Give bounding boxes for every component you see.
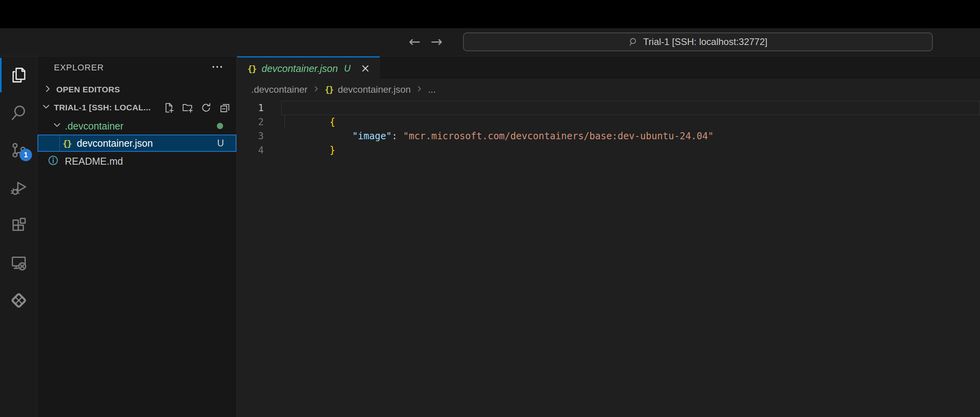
- line-number: 4: [237, 143, 264, 157]
- tree-item-devcontainer-folder[interactable]: .devcontainer: [38, 117, 236, 135]
- title-bar: ← → Trial-1 [SSH: localhost:32772]: [0, 28, 980, 56]
- collapse-all-icon[interactable]: [220, 102, 230, 113]
- code-line-1[interactable]: {: [281, 101, 980, 115]
- activity-source-control[interactable]: 1: [0, 131, 38, 169]
- vscode-window: ← → Trial-1 [SSH: localhost:32772]: [0, 0, 980, 417]
- chevron-right-icon: [415, 84, 423, 95]
- tab-label: devcontainer.json: [262, 63, 338, 74]
- chevron-right-icon: [312, 84, 320, 95]
- run-debug-icon: [10, 179, 28, 197]
- code-line-2[interactable]: "image": "mcr.microsoft.com/devcontainer…: [281, 115, 980, 129]
- activity-remote-explorer[interactable]: [0, 244, 38, 282]
- containers-diamond-icon: [10, 291, 28, 309]
- more-actions-icon[interactable]: [211, 61, 223, 74]
- breadcrumb-folder[interactable]: .devcontainer: [251, 84, 308, 95]
- line-number: 1: [237, 101, 264, 115]
- tree-item-devcontainer-json[interactable]: {} devcontainer.json U: [38, 135, 236, 152]
- scm-changes-badge: 1: [20, 149, 32, 161]
- file-name: devcontainer.json: [77, 138, 153, 149]
- new-file-icon[interactable]: [163, 102, 174, 113]
- activity-extensions[interactable]: [0, 207, 38, 244]
- explorer-title: EXPLORER: [54, 63, 104, 73]
- extensions-icon: [10, 216, 28, 234]
- activity-bar: 1: [0, 56, 38, 417]
- open-editors-label: OPEN EDITORS: [56, 85, 120, 94]
- activity-containers[interactable]: [0, 282, 38, 319]
- json-file-icon: {}: [247, 64, 256, 74]
- remote-explorer-icon: [10, 254, 28, 272]
- open-editors-section[interactable]: OPEN EDITORS: [38, 81, 236, 98]
- editor-group: {} devcontainer.json U .devcontainer {} …: [237, 56, 980, 417]
- file-name: README.md: [65, 156, 123, 167]
- activity-search[interactable]: [0, 94, 38, 131]
- chevron-right-icon: [43, 84, 52, 95]
- code-line-4[interactable]: [281, 143, 980, 157]
- json-file-icon: {}: [63, 138, 72, 148]
- line-number: 3: [237, 129, 264, 143]
- tab-devcontainer-json[interactable]: {} devcontainer.json U: [237, 56, 380, 79]
- new-folder-icon[interactable]: [182, 102, 193, 113]
- folder-name: .devcontainer: [65, 120, 123, 132]
- git-modified-dot: [217, 123, 223, 129]
- line-number: 2: [237, 115, 264, 129]
- chevron-down-icon: [52, 120, 62, 131]
- code-editor[interactable]: 1 2 3 4 { "image": "mcr.microsoft.com/de…: [237, 101, 980, 417]
- window-title: Trial-1 [SSH: localhost:32772]: [643, 36, 767, 47]
- code-line-3[interactable]: }: [281, 129, 980, 143]
- tab-git-badge: U: [344, 63, 351, 74]
- explorer-actions: [163, 102, 236, 113]
- tab-strip: {} devcontainer.json U: [237, 56, 980, 79]
- active-tab-indicator: [0, 58, 2, 92]
- command-center[interactable]: Trial-1 [SSH: localhost:32772]: [463, 32, 933, 51]
- explorer-header: EXPLORER: [38, 56, 236, 79]
- forward-arrow-icon[interactable]: →: [431, 35, 442, 49]
- readme-info-icon: [48, 155, 59, 167]
- search-icon: [628, 37, 638, 47]
- workspace-section[interactable]: TRIAL-1 [SSH: LOCAL...: [38, 99, 236, 116]
- explorer-sidebar: EXPLORER OPEN EDITORS TRIAL-1 [SSH: LOCA…: [38, 56, 237, 417]
- search-icon: [10, 104, 28, 122]
- history-nav: ← →: [409, 28, 442, 56]
- close-icon[interactable]: [361, 64, 370, 73]
- tree-item-readme[interactable]: README.md: [38, 153, 236, 170]
- activity-explorer[interactable]: [0, 56, 38, 94]
- json-file-icon: {}: [325, 85, 333, 94]
- breadcrumb-symbol[interactable]: ...: [428, 84, 436, 95]
- back-arrow-icon[interactable]: ←: [409, 35, 420, 49]
- breadcrumb-file[interactable]: devcontainer.json: [338, 84, 411, 95]
- files-icon: [10, 66, 28, 84]
- git-untracked-badge: U: [217, 138, 224, 149]
- breadcrumb: .devcontainer {} devcontainer.json ...: [237, 79, 980, 100]
- activity-run-debug[interactable]: [0, 169, 38, 207]
- top-black-band: [0, 0, 980, 28]
- tree-indent-guide: [59, 135, 60, 151]
- chevron-down-icon: [41, 102, 51, 113]
- workspace-label: TRIAL-1 [SSH: LOCAL...: [54, 103, 151, 112]
- refresh-icon[interactable]: [201, 102, 211, 113]
